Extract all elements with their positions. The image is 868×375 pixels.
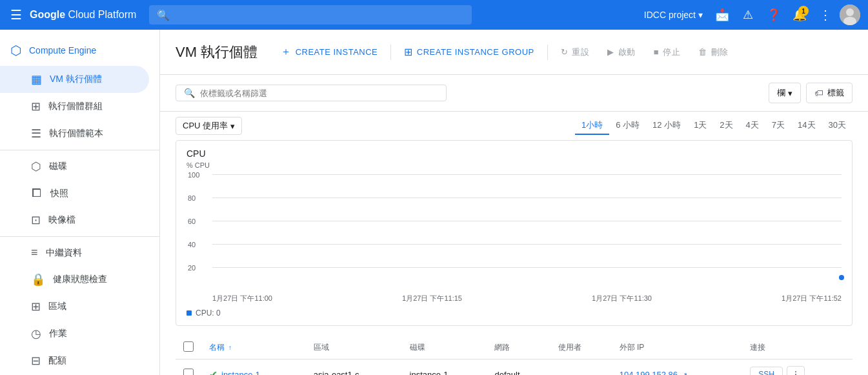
vm-instances-icon: ▦	[31, 72, 42, 86]
time-buttons: 1小時 6 小時 12 小時 1天 2天 4天 7天 14天 30天	[575, 117, 853, 135]
delete-button[interactable]: 🗑 刪除	[691, 41, 736, 63]
sidebar-item-operations[interactable]: ◷ 作業	[0, 320, 159, 347]
help-button[interactable]: ❓	[762, 3, 785, 26]
action-divider-2	[547, 45, 548, 60]
filter-input[interactable]	[200, 88, 438, 98]
grid-line-100: 100	[212, 174, 842, 175]
grid-line-40: 40	[212, 244, 842, 245]
ssh-button[interactable]: SSH	[750, 367, 783, 375]
instance-templates-icon: ☰	[31, 127, 41, 141]
table-section: 名稱 ↑ 區域 磁碟 網路 使用者 外部 IP 連接	[160, 336, 868, 375]
sidebar-item-metadata[interactable]: ≡ 中繼資料	[0, 239, 159, 266]
columns-selector[interactable]: 欄 ▾	[769, 83, 801, 103]
time-btn-14d[interactable]: 14天	[791, 117, 822, 135]
project-dropdown-icon: ▾	[698, 10, 703, 20]
time-btn-6h[interactable]: 6 小時	[609, 117, 646, 135]
sidebar-item-snapshots[interactable]: ⧠ 快照	[0, 180, 159, 207]
sidebar-item-quotas[interactable]: ⊟ 配額	[0, 347, 159, 374]
sidebar-item-instance-groups[interactable]: ⊞ 執行個體群組	[0, 93, 159, 120]
time-btn-30d[interactable]: 30天	[822, 117, 853, 135]
sidebar-item-images[interactable]: ⊡ 映像檔	[0, 207, 159, 234]
chart-section: CPU % CPU 100 80 60	[160, 140, 868, 336]
sidebar-section-title: Compute Engine	[29, 45, 96, 56]
instance-name-link[interactable]: instance-1	[221, 370, 260, 376]
grid-line-20: 20	[212, 267, 842, 268]
filter-input-wrap[interactable]: 🔍	[176, 85, 447, 101]
start-label: 啟動	[618, 46, 636, 58]
col-header-name[interactable]: 名稱 ↑	[201, 336, 306, 360]
external-link-icon[interactable]: ↗	[681, 371, 687, 376]
delete-icon: 🗑	[698, 47, 707, 57]
col-name-label: 名稱	[209, 342, 225, 353]
x-label-3: 1月27日 下午11:52	[782, 294, 842, 303]
create-instance-label: CREATE INSTANCE	[296, 47, 378, 57]
sidebar-item-zones[interactable]: ⊞ 區域	[0, 293, 159, 320]
sidebar-section-header[interactable]: ⬡ Compute Engine	[0, 35, 159, 66]
stop-button[interactable]: ■ 停止	[646, 41, 688, 63]
sidebar-item-health-checks[interactable]: 🔒 健康狀態檢查	[0, 266, 159, 293]
quotas-icon: ⊟	[31, 354, 41, 368]
grid-line-60: 60	[212, 221, 842, 221]
filter-search-icon: 🔍	[184, 88, 195, 98]
time-btn-1d[interactable]: 1天	[687, 117, 713, 135]
create-instance-button[interactable]: ＋ CREATE INSTANCE	[273, 40, 385, 64]
sidebar-item-label-quotas: 配額	[48, 355, 66, 367]
tags-label: 標籤	[827, 87, 844, 99]
create-instance-group-icon: ⊞	[404, 46, 413, 58]
search-input[interactable]	[175, 10, 464, 20]
user-avatar[interactable]	[840, 5, 860, 25]
sidebar-item-label-instance-groups: 執行個體群組	[48, 101, 103, 112]
sidebar-divider-2	[0, 236, 159, 237]
stop-label: 停止	[663, 46, 680, 58]
sidebar-item-vm-instances[interactable]: ▦ VM 執行個體	[0, 66, 149, 93]
sidebar-divider-1	[0, 150, 159, 150]
sidebar-item-label-zones: 區域	[48, 301, 66, 312]
notifications-icon: 📩	[715, 8, 729, 22]
search-bar[interactable]: 🔍	[149, 5, 472, 25]
cpu-selector[interactable]: CPU 使用率 ▾	[176, 117, 242, 135]
instances-table: 名稱 ↑ 區域 磁碟 網路 使用者 外部 IP 連接	[176, 336, 853, 375]
row-zone-cell: asia-east1-c	[306, 360, 402, 376]
row-checkbox[interactable]	[183, 369, 194, 376]
start-icon: ▶	[607, 47, 614, 57]
notification-badge-button[interactable]: 🔔 1	[788, 3, 811, 26]
reset-button[interactable]: ↻ 重設	[553, 41, 598, 63]
x-label-0: 1月27日 下午11:00	[212, 294, 272, 303]
time-btn-12h[interactable]: 12 小時	[646, 117, 687, 135]
start-button[interactable]: ▶ 啟動	[600, 41, 643, 63]
row-external-ip-cell: 104.199.152.86 ↗	[612, 360, 743, 376]
sidebar-item-disks[interactable]: ⬡ 磁碟	[0, 153, 159, 180]
images-icon: ⊡	[31, 213, 41, 227]
sidebar-item-label-snapshots: 快照	[50, 188, 68, 199]
external-ip-text[interactable]: 104.199.152.86	[620, 370, 678, 376]
more-actions-button[interactable]: ⋮	[787, 366, 805, 375]
row-connection-cell: SSH ⋮	[742, 360, 853, 376]
tags-button[interactable]: 🏷 標籤	[806, 83, 853, 103]
more-options-button[interactable]: ⋮	[814, 3, 837, 26]
stop-icon: ■	[654, 47, 659, 57]
time-btn-7d[interactable]: 7天	[765, 117, 791, 135]
select-all-checkbox[interactable]	[183, 341, 194, 352]
error-reports-button[interactable]: ⚠	[736, 3, 760, 26]
cpu-selector-label: CPU 使用率	[183, 120, 228, 132]
operations-icon: ◷	[31, 327, 41, 341]
instance-groups-icon: ⊞	[31, 99, 41, 114]
help-icon: ❓	[767, 8, 781, 22]
chart-x-labels: 1月27日 下午11:00 1月27日 下午11:15 1月27日 下午11:3…	[212, 294, 842, 303]
time-btn-1h[interactable]: 1小時	[575, 117, 609, 135]
sidebar-item-instance-templates[interactable]: ☰ 執行個體範本	[0, 120, 159, 147]
chart-grid: 100 80 60 40 20	[212, 174, 842, 290]
time-btn-4d[interactable]: 4天	[740, 117, 765, 135]
time-btn-2d[interactable]: 2天	[713, 117, 739, 135]
search-icon: 🔍	[157, 9, 170, 21]
menu-icon[interactable]: ☰	[8, 5, 25, 25]
cpu-selector-icon: ▾	[230, 121, 235, 131]
notifications-button[interactable]: 📩	[711, 3, 734, 26]
project-selector[interactable]: IDCC project ▾	[639, 7, 708, 23]
create-instance-group-button[interactable]: ⊞ CREATE INSTANCE GROUP	[396, 41, 541, 63]
col-header-user: 使用者	[550, 336, 611, 360]
reset-icon: ↻	[561, 47, 569, 57]
metadata-icon: ≡	[31, 246, 38, 259]
project-name: IDCC project	[644, 10, 696, 20]
page-title: VM 執行個體	[176, 43, 257, 62]
